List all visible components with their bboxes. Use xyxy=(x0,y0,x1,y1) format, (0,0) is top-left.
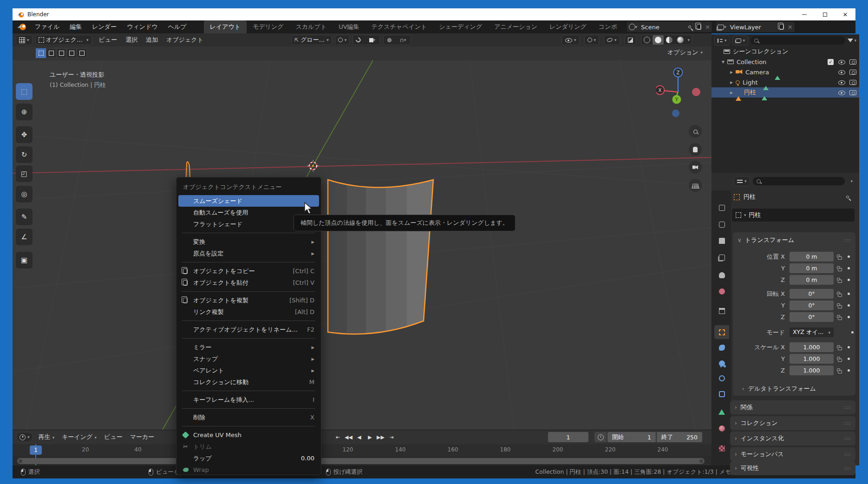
use-preview-range-toggle[interactable] xyxy=(594,432,607,442)
context-menu-item-17[interactable]: ペアレント▸ xyxy=(178,365,319,376)
select-subtract[interactable] xyxy=(56,48,66,58)
disable-render-icon[interactable] xyxy=(849,80,856,85)
data-tab[interactable] xyxy=(714,405,729,419)
overlays-dropdown[interactable]: ▾ xyxy=(604,35,620,45)
properties-editor-type-button[interactable]: ▾ xyxy=(734,176,750,186)
viewport-menu-3[interactable]: オブジェクト xyxy=(162,34,208,46)
view-layer-selector[interactable]: ▾ ViewLayer ✕ xyxy=(716,22,794,32)
workspace-tab-2[interactable]: スカルプト xyxy=(290,20,333,33)
disable-render-icon[interactable] xyxy=(849,70,856,75)
playhead[interactable]: 1 xyxy=(30,445,42,455)
timeline-scrollbar[interactable] xyxy=(17,458,705,464)
hide-eye-icon[interactable] xyxy=(838,79,845,85)
timeline-ruler[interactable]: 20406080100120140160180200220240 1 xyxy=(13,444,711,456)
visibility-dropdown[interactable]: ▾ xyxy=(561,35,580,45)
lock-icon[interactable] xyxy=(838,317,842,320)
shading-material-button[interactable] xyxy=(664,35,675,45)
play-button[interactable]: ▶ xyxy=(365,432,375,442)
expand-icon[interactable]: ▸ xyxy=(730,89,733,96)
workspace-tab-3[interactable]: UV編集 xyxy=(333,20,365,33)
menubar-item-2[interactable]: レンダー xyxy=(87,21,122,33)
scene-tab[interactable] xyxy=(714,268,729,282)
viewport-menu-0[interactable]: ビュー xyxy=(95,34,122,46)
drag-grip-icon[interactable]: ∷∷ xyxy=(844,238,851,243)
particles-tab[interactable] xyxy=(714,356,729,370)
menubar-item-0[interactable]: ファイル xyxy=(30,21,65,33)
scale-tool[interactable]: ◰ xyxy=(16,165,33,182)
transform-panel-header[interactable]: ∨トランスフォーム∷∷ xyxy=(733,232,855,248)
mode-dropdown[interactable]: オブジェク...▾ xyxy=(35,35,92,45)
context-menu-item-13[interactable]: アクティブオブジェクトをリネーム...F2 xyxy=(178,324,319,335)
move-tool[interactable]: ✥ xyxy=(16,126,33,143)
transform-value-field[interactable]: 0 m xyxy=(790,252,834,262)
transform-value-field[interactable]: 1.000 xyxy=(790,366,834,375)
viewport-menu-2[interactable]: 追加 xyxy=(142,34,162,46)
animate-dot-icon[interactable] xyxy=(848,369,850,372)
3d-viewport[interactable]: ユーザー・透視投影 (1) Collection | 円柱 Z X Y xyxy=(13,46,711,430)
modifier-tab[interactable] xyxy=(714,340,729,354)
pin-icon[interactable] xyxy=(688,26,691,28)
animate-dot-icon[interactable] xyxy=(851,331,854,334)
frame-start-field[interactable]: 開始1 xyxy=(607,432,656,442)
select-set[interactable] xyxy=(36,48,46,58)
scene-selector[interactable]: ▾ Scene ✕ xyxy=(627,22,712,32)
new-scene-icon[interactable] xyxy=(697,24,701,30)
context-menu-item-10[interactable]: オブジェクトを複製[Shift] D xyxy=(178,294,319,306)
pivot-point-dropdown[interactable]: ▾ xyxy=(335,35,350,45)
transform-value-field[interactable]: 0 m xyxy=(790,263,834,273)
context-menu-item-0[interactable]: スムーズシェード xyxy=(178,195,319,207)
texture-tab[interactable] xyxy=(714,441,729,455)
transform-value-field[interactable]: 0° xyxy=(790,289,834,299)
outliner-row-円柱[interactable]: ▸円柱 xyxy=(711,87,859,98)
jump-to-start-button[interactable]: ⇤ xyxy=(333,432,343,442)
outliner-filter-button[interactable]: ▾ xyxy=(848,38,856,43)
close-button[interactable]: ✕ xyxy=(835,8,855,20)
hide-eye-icon[interactable] xyxy=(838,69,845,75)
context-menu-item-15[interactable]: ミラー▸ xyxy=(178,341,319,353)
animate-dot-icon[interactable] xyxy=(848,304,850,307)
transform-value-field[interactable]: XYZ オイ...▾ xyxy=(790,327,834,337)
properties-options-dropdown[interactable]: ▾ xyxy=(848,179,855,183)
checkbox-icon[interactable]: ✓ xyxy=(828,59,834,65)
frame-end-field[interactable]: 終了250 xyxy=(657,432,702,442)
drag-grip-icon[interactable]: ∷∷ xyxy=(844,405,851,410)
gizmo-dropdown[interactable]: ▾ xyxy=(584,35,600,45)
context-menu-item-25[interactable]: ✂トリム xyxy=(178,441,319,452)
workspace-tab-0[interactable]: レイアウト xyxy=(204,20,247,33)
outliner-display-mode-button[interactable]: ▾ xyxy=(732,35,749,46)
proportional-edit-toggle[interactable] xyxy=(384,35,395,45)
jump-to-end-button[interactable]: ⇥ xyxy=(386,432,397,442)
pan-viewport-button[interactable] xyxy=(689,143,702,156)
context-menu-item-20[interactable]: キーフレームを挿入...I xyxy=(178,394,319,406)
timeline-editor-type-button[interactable]: ▾ xyxy=(16,432,33,442)
expand-icon[interactable]: ▸ xyxy=(730,69,733,75)
lock-icon[interactable] xyxy=(838,359,842,362)
scrollbar-handle-left[interactable] xyxy=(19,459,22,463)
animate-dot-icon[interactable] xyxy=(848,255,850,258)
orthographic-toggle-button[interactable] xyxy=(689,179,702,192)
drag-grip-icon[interactable]: ∷∷ xyxy=(844,466,851,471)
outliner-editor-type-button[interactable]: ▾ xyxy=(714,35,730,46)
options-dropdown[interactable]: オプション▾ xyxy=(667,48,703,57)
view-layer-tab[interactable] xyxy=(714,250,729,264)
zoom-viewport-button[interactable] xyxy=(689,125,702,138)
constraint-tab[interactable] xyxy=(714,387,729,401)
timeline-menu-3[interactable]: マーカー xyxy=(126,432,158,443)
lock-icon[interactable] xyxy=(838,347,842,350)
timeline-menu-0[interactable]: 再生 ▾ xyxy=(35,432,59,443)
disable-render-icon[interactable] xyxy=(849,90,856,95)
drag-grip-icon[interactable]: ∷∷ xyxy=(844,452,851,457)
lock-icon[interactable] xyxy=(838,294,842,297)
context-menu-item-24[interactable]: Create UV Mesh xyxy=(178,429,319,441)
viewport-menu-1[interactable]: 選択 xyxy=(121,34,142,46)
expand-icon[interactable]: ▾ xyxy=(722,59,724,65)
rotate-tool[interactable]: ↻ xyxy=(16,146,33,163)
cursor-tool[interactable]: ⊕ xyxy=(16,104,33,120)
workspace-tab-8[interactable]: コンポ xyxy=(593,20,623,33)
workspace-tab-5[interactable]: シェーディング xyxy=(433,20,488,33)
select-invert[interactable] xyxy=(66,48,77,58)
hide-eye-icon[interactable] xyxy=(838,59,845,65)
navigation-gizmo[interactable]: Z X Y xyxy=(656,65,705,118)
maximize-button[interactable] xyxy=(815,8,835,20)
lock-icon[interactable] xyxy=(838,280,842,283)
